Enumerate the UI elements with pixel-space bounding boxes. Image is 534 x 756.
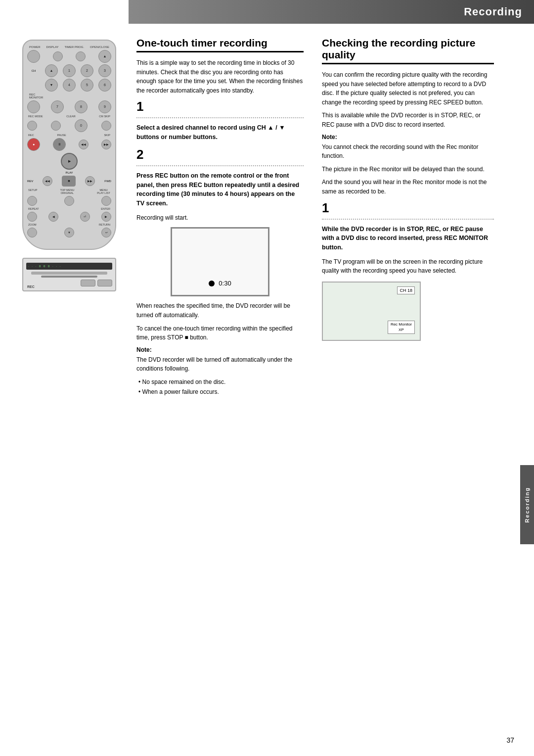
num1-button[interactable]: 1 [63,64,76,77]
rec-mode-button[interactable] [27,121,37,131]
fwd-label: FWD [104,180,111,183]
step1-number: 1 [136,99,304,114]
note-bullet2: When a power failure occurs. [136,387,304,396]
skip-top-label: SKIP [104,134,110,137]
osd-ch-label: CH 18 [397,286,415,294]
step2-number: 2 [136,147,304,162]
left-intro: This is a simple way to set the recordin… [136,58,304,95]
play-button[interactable]: ▶ [61,153,78,170]
right-step1-bold: While the DVD recorder is in STOP, REC, … [322,226,488,251]
dvd-rec-label: REC [27,285,35,288]
right-section-title: Checking the recording picture quality [322,37,494,64]
zoom-button[interactable] [27,228,37,237]
menu-labels: SETUP TOP MENUORIGINAL MENUPLAY LIST [27,189,111,194]
step1-instruction-bold: Select a desired channel to record using… [136,124,285,141]
ch-up-button[interactable]: ▲ [45,64,58,77]
dvd-btn1 [81,280,95,286]
rec-top-label: REC [28,134,34,137]
nav-left-button[interactable]: ◀ [48,212,58,222]
timer-prog-label: TIMER PROG. [64,46,84,48]
dvd-btn2 [97,280,112,286]
rec-monitor-button[interactable] [27,100,40,113]
osd-recmon-line1: Rec Monitor [391,322,412,327]
top-menu-label: TOP MENUORIGINAL [60,189,74,194]
tv-time-display: 0:30 [209,280,231,287]
left-column: One-touch timer recording This is a simp… [129,37,312,397]
skip-back-button[interactable]: ◀◀ [79,140,89,149]
dvd-slot2 [41,276,97,278]
dvd-display: · · · 0 0 0 · · · [26,263,112,270]
top-menu-button[interactable] [64,196,74,206]
osd-recmon-line2: XP [399,328,404,332]
after-text: When reaches the specified time, the DVD… [136,301,304,320]
page-title: Recording [464,5,522,18]
right-step1-instruction: While the DVD recorder is in STOP, REC, … [322,225,494,252]
stop-button[interactable]: ■ [62,176,76,187]
timer-prog-button[interactable] [76,51,86,61]
note-line1: The DVD recorder will be turned off auto… [136,355,304,374]
num4-button[interactable]: 4 [63,79,76,92]
display-label: DISPLAY [46,46,59,48]
right-note-line2: The picture in the Rec monitor will be d… [322,165,494,174]
play-row: ▶ [27,153,111,170]
enter-button[interactable]: ⏎ [80,212,90,222]
ch-label: CH [27,69,40,72]
nav-down-button[interactable]: ▼ [64,228,74,237]
right-step1-note: The TV program will be on the screen in … [322,257,494,276]
right-note-line1: You cannot check the recording sound wit… [322,142,494,161]
num0-button[interactable]: 0 [75,119,88,132]
dpad-spacer: ◀ [48,212,68,222]
pause-button[interactable]: ⏸ [53,138,66,151]
repeat-top-label: REPEAT [28,207,39,210]
setup-button[interactable] [27,196,37,206]
enter-top-label: ENTER [101,207,110,210]
power-button[interactable] [27,50,40,63]
top-button-row: ▲ [27,50,111,63]
header-bar: Recording [129,0,534,24]
menu-playlist-button[interactable] [101,196,111,206]
skip-fwd-button[interactable]: ▶▶ [101,140,111,149]
nav-right-button[interactable]: ▶ [101,212,111,222]
mode-row: 0 [27,119,111,132]
return-button[interactable]: ↩ [101,228,111,237]
cm-skip-button[interactable] [101,121,111,131]
repeat-button[interactable] [27,212,37,222]
note-bullet1: No space remained on the disc. [136,378,304,386]
num6-button[interactable]: 6 [98,79,111,92]
right-note-label: Note: [322,134,494,141]
right-intro: You can confirm the recording picture qu… [322,70,494,107]
fwd-button[interactable]: ▶▶ [85,176,95,186]
num9-button[interactable]: 9 [98,100,111,113]
osd-recmon-label: Rec Monitor XP [388,321,415,334]
open-close-button[interactable]: ▲ [98,50,111,63]
num2-button[interactable]: 2 [81,64,93,77]
zoom-return-labels: ZOOM RETURN [27,223,111,226]
rev-button[interactable]: ◀◀ [43,176,52,186]
step2-dots [136,165,304,166]
right-step1-dots [322,219,494,220]
num7-button[interactable]: 7 [51,100,64,113]
step1-instruction: Select a desired channel to record using… [136,123,304,142]
pause-top-label: PAUSE [57,134,66,137]
rev-label: REV [27,180,33,183]
side-tab-label: Recording [524,487,530,522]
side-recording-tab: Recording [520,465,534,544]
rec-button[interactable]: ● [27,138,40,151]
ch-down-button[interactable]: ▼ [45,79,58,92]
num3-button[interactable]: 3 [98,64,111,77]
num8-button[interactable]: 8 [75,100,88,113]
step1-dots [136,117,304,118]
right-intro2: This is available while the DVD recorder… [322,111,494,129]
rec-monitor-label-top: RECMONITOR [29,93,111,99]
remote-control-area: POWER DISPLAY TIMER PROG. OPEN/CLOSE ▲ C… [15,40,124,291]
remote-control: POWER DISPLAY TIMER PROG. OPEN/CLOSE ▲ C… [22,40,116,250]
menu-playlist-label: MENUPLAY LIST [97,189,110,194]
clear-button[interactable] [51,121,61,131]
return-top-label: RETURN [99,223,110,226]
right-column: Checking the recording picture quality Y… [314,37,502,347]
display-button[interactable] [53,51,63,61]
tv-time-text: 0:30 [219,280,231,287]
num5-button[interactable]: 5 [81,79,93,92]
ch-up-row: CH ▲ 1 2 3 [27,64,111,77]
step2-note: Recording will start. [136,213,304,223]
